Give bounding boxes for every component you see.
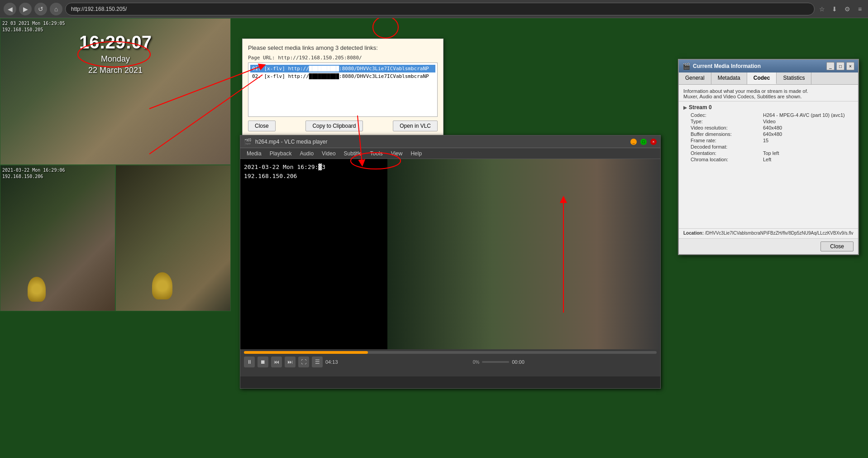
bookmark-icon[interactable]: ☆ bbox=[817, 5, 826, 14]
vlc-video-overlay: 2021-03-22 Mon 16:29:▓3 192.168.150.206 bbox=[244, 163, 325, 180]
media-info-win-buttons: _ □ × bbox=[826, 62, 854, 70]
main-area: 16:29:07 Monday 22 March 2021 22 03 2021… bbox=[0, 18, 868, 458]
media-info-close-button[interactable]: × bbox=[846, 62, 854, 70]
stream-prop-codec: Codec: H264 - MPEG-4 AVC (part 10) (avc1… bbox=[691, 112, 854, 118]
vlc-menu-audio[interactable]: Audio bbox=[296, 149, 317, 158]
vlc-prev-button[interactable]: ⏮ bbox=[271, 357, 282, 367]
vlc-menu-help[interactable]: Help bbox=[407, 149, 425, 158]
prop-name-chroma: Chroma location: bbox=[691, 157, 763, 162]
clock-time: 16:29:07 bbox=[0, 32, 230, 53]
tab-general[interactable]: General bbox=[679, 72, 711, 84]
vlc-volume-bar[interactable] bbox=[482, 361, 509, 363]
cam-figure-1 bbox=[28, 277, 46, 302]
prop-value-type: Video bbox=[763, 119, 776, 124]
prop-name-orientation: Orientation: bbox=[691, 150, 763, 156]
cam-bottom-left-overlay: 2021-03-22 Mon 16:29:06 192.168.150.206 bbox=[2, 167, 65, 180]
media-info-close-row: Close bbox=[679, 238, 858, 254]
prop-name-decoded: Decoded format: bbox=[691, 144, 763, 149]
settings-icon[interactable]: ⚙ bbox=[843, 5, 852, 14]
vlc-menu-view[interactable]: View bbox=[387, 149, 406, 158]
stream-prop-framerate: Frame rate: 15 bbox=[691, 138, 854, 143]
prop-name-buffer: Buffer dimensions: bbox=[691, 131, 763, 137]
vlc-fullscreen-button[interactable]: ⛶ bbox=[298, 357, 309, 367]
vlc-player-window: 🎬 h264.mp4 - VLC media player _ □ × Medi… bbox=[240, 135, 661, 389]
tab-statistics[interactable]: Statistics bbox=[777, 72, 811, 84]
vlc-extended-button[interactable]: ☰ bbox=[312, 357, 323, 367]
prop-value-buffer: 640x480 bbox=[763, 131, 782, 137]
media-info-description: Information about what your media or str… bbox=[679, 85, 858, 101]
media-link-2[interactable]: 02. [x-flv] http://██████████:8080/DHVVc… bbox=[250, 72, 435, 80]
vlc-minimize-button[interactable]: _ bbox=[630, 139, 637, 145]
vlc-close-button[interactable]: × bbox=[650, 139, 657, 145]
vlc-overlay-ip: 192.168.150.206 bbox=[244, 172, 325, 181]
media-info-minimize-button[interactable]: _ bbox=[826, 62, 835, 70]
vlc-stop-button[interactable]: ⏹ bbox=[258, 357, 268, 367]
camera-clock-cell: 16:29:07 Monday 22 March 2021 22 03 2021… bbox=[0, 18, 231, 165]
dialog-buttons: Close Copy to Clipboard Open in VLC bbox=[248, 121, 438, 131]
prop-value-resolution: 640x480 bbox=[763, 125, 782, 130]
vlc-controls: ⏸ ⏹ ⏮ ⏭ ⛶ ☰ 04:13 0% 00:00 bbox=[240, 349, 660, 376]
stream-prop-decoded: Decoded format: bbox=[691, 144, 854, 149]
browser-chrome: ◀ ▶ ↺ ⌂ ☆ ⬇ ⚙ ≡ bbox=[0, 0, 868, 18]
media-link-1[interactable]: 01. [x-flv] http://██████████:8080/DHVVc… bbox=[250, 65, 435, 72]
media-info-titlebar: 🎬 Current Media Information _ □ × bbox=[679, 60, 858, 72]
media-info-maximize-button[interactable]: □ bbox=[836, 62, 844, 70]
camera-bottom-left: 2021-03-22 Mon 16:29:06 192.168.150.206 bbox=[0, 165, 115, 312]
vlc-overlay-time: 2021-03-22 Mon 16:29:▓3 bbox=[244, 163, 325, 172]
svg-point-6 bbox=[373, 18, 398, 38]
vlc-play-pause-button[interactable]: ⏸ bbox=[244, 357, 255, 367]
media-info-location: Location: /DHVVc3Lie7ICVablsmbcraNPiFBzZ… bbox=[679, 228, 858, 238]
menu-icon[interactable]: ≡ bbox=[855, 5, 864, 14]
clock-date: 22 March 2021 bbox=[0, 66, 230, 75]
copy-to-clipboard-button[interactable]: Copy to Clipboard bbox=[305, 121, 362, 131]
vlc-menu-playback[interactable]: Playback bbox=[266, 149, 296, 158]
download-icon[interactable]: ⬇ bbox=[830, 5, 839, 14]
url-bar[interactable] bbox=[65, 3, 815, 15]
clock-day: Monday bbox=[0, 54, 230, 64]
vlc-progress-bar[interactable] bbox=[244, 351, 657, 354]
tab-codec[interactable]: Codec bbox=[747, 72, 777, 84]
cam-top-left-overlay: 22 03 2021 Mon 16:29:05 192.168.150.205 bbox=[2, 20, 65, 33]
prop-value-framerate: 15 bbox=[763, 138, 768, 143]
vlc-next-button[interactable]: ⏭ bbox=[285, 357, 296, 367]
vlc-maximize-button[interactable]: □ bbox=[640, 139, 647, 145]
forward-button[interactable]: ▶ bbox=[19, 3, 32, 15]
vlc-menu-tools[interactable]: Tools bbox=[367, 149, 386, 158]
vlc-menu-subtitle[interactable]: Subtitle bbox=[340, 149, 366, 158]
camera-bottom-right bbox=[115, 165, 231, 312]
page-url-row: Page URL: http://192.168.150.205:8080/ bbox=[248, 55, 438, 61]
tab-metadata[interactable]: Metadata bbox=[711, 72, 747, 84]
camera-grid: 16:29:07 Monday 22 March 2021 22 03 2021… bbox=[0, 18, 231, 458]
open-in-vlc-button[interactable]: Open in VLC bbox=[393, 121, 438, 131]
vlc-time-remaining: 00:00 bbox=[512, 359, 525, 365]
dialog-title: Please select media links among 3 detect… bbox=[248, 44, 438, 51]
back-button[interactable]: ◀ bbox=[4, 3, 16, 15]
home-button[interactable]: ⌂ bbox=[50, 3, 62, 15]
reload-button[interactable]: ↺ bbox=[34, 3, 47, 15]
location-value: /DHVVc3Lie7ICVablsmbcraNPiFBzZH/flv/8Dp5… bbox=[705, 231, 854, 236]
media-links-list[interactable]: 01. [x-flv] http://██████████:8080/DHVVc… bbox=[248, 63, 438, 117]
media-info-window: 🎬 Current Media Information _ □ × Genera… bbox=[678, 59, 859, 255]
stream-0-label: Stream 0 bbox=[689, 104, 712, 111]
stream-prop-buffer: Buffer dimensions: 640x480 bbox=[691, 131, 854, 137]
media-info-content: ▶ Stream 0 Codec: H264 - MPEG-4 AVC (par… bbox=[679, 101, 858, 228]
vlc-menu-video[interactable]: Video bbox=[318, 149, 339, 158]
vlc-progress-fill bbox=[244, 351, 368, 354]
media-info-title: Current Media Information bbox=[693, 63, 824, 69]
prop-name-codec: Codec: bbox=[691, 112, 763, 118]
stream-0-arrow: ▶ bbox=[683, 105, 687, 110]
cam-figure-2 bbox=[152, 272, 172, 299]
stream-prop-chroma: Chroma location: Left bbox=[691, 157, 854, 162]
stream-prop-orientation: Orientation: Top left bbox=[691, 150, 854, 156]
stream-0-header[interactable]: ▶ Stream 0 bbox=[683, 104, 854, 111]
media-info-close-btn[interactable]: Close bbox=[820, 241, 854, 251]
vlc-window-title: h264.mp4 - VLC media player bbox=[255, 139, 627, 145]
close-dialog-button[interactable]: Close bbox=[248, 121, 276, 131]
vlc-time-elapsed: 04:13 bbox=[325, 359, 338, 365]
vlc-volume-label: 0% bbox=[473, 360, 479, 365]
prop-name-framerate: Frame rate: bbox=[691, 138, 763, 143]
location-label: Location: bbox=[683, 231, 704, 236]
vlc-menu-media[interactable]: Media bbox=[243, 149, 265, 158]
vlc-video-area: 2021-03-22 Mon 16:29:▓3 192.168.150.206 bbox=[240, 159, 660, 349]
prop-value-orientation: Top left bbox=[763, 150, 779, 156]
